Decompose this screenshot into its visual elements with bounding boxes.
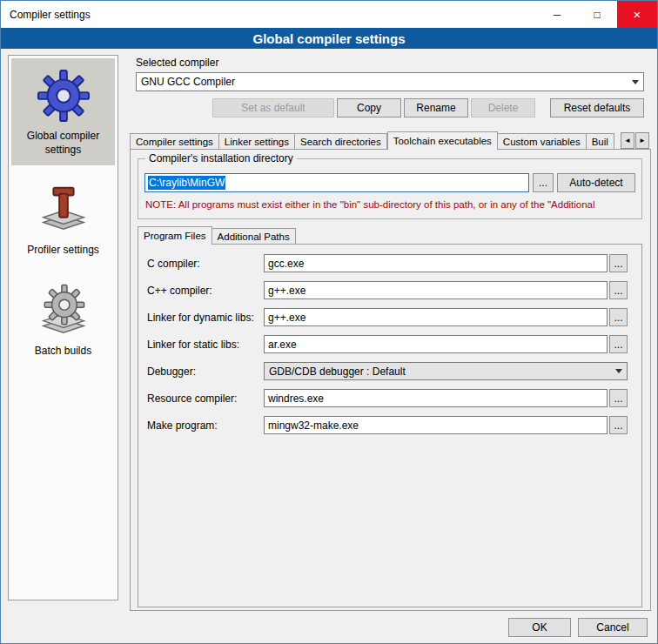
sidebar-item-global-compiler-settings[interactable]: Global compiler settings xyxy=(11,58,115,165)
window-title: Compiler settings xyxy=(10,9,91,21)
tab-program-files[interactable]: Program Files xyxy=(138,226,212,245)
sidebar-item-profiler-settings[interactable]: Profiler settings xyxy=(11,172,115,266)
dynamic-linker-browse-button[interactable]: ... xyxy=(609,308,628,326)
static-linker-label: Linker for static libs: xyxy=(147,339,264,351)
static-linker-row: Linker for static libs: ... xyxy=(147,335,628,353)
dynamic-linker-row: Linker for dynamic libs: ... xyxy=(147,308,628,326)
make-program-input[interactable] xyxy=(264,416,608,434)
ok-button[interactable]: OK xyxy=(508,618,571,637)
installation-directory-group: Compiler's installation directory C:\ray… xyxy=(138,158,642,219)
toolchain-executables-panel: Compiler's installation directory C:\ray… xyxy=(130,149,651,611)
page-title: Global compiler settings xyxy=(1,28,657,49)
sidebar-item-batch-builds[interactable]: Batch builds xyxy=(11,273,115,367)
dynamic-linker-label: Linker for dynamic libs: xyxy=(147,312,264,324)
tab-custom-variables[interactable]: Custom variables xyxy=(498,133,587,150)
resource-compiler-row: Resource compiler: ... xyxy=(147,389,628,407)
dynamic-linker-input[interactable] xyxy=(264,308,608,326)
make-program-row: Make program: ... xyxy=(147,416,628,434)
arrow-right-icon: ► xyxy=(639,137,646,144)
resource-compiler-label: Resource compiler: xyxy=(147,392,264,405)
settings-category-list: Global compiler settings Profiler settin… xyxy=(8,55,118,600)
resource-compiler-browse-button[interactable]: ... xyxy=(609,389,628,407)
close-icon: × xyxy=(634,7,641,22)
compiler-actions: Set as default Copy Rename Delete Reset … xyxy=(212,98,644,117)
tab-build-options[interactable]: Buil xyxy=(587,133,614,150)
compiler-select-value: GNU GCC Compiler xyxy=(141,76,235,88)
selected-compiler-label: Selected compiler xyxy=(136,57,218,69)
static-linker-browse-button[interactable]: ... xyxy=(609,335,628,353)
installation-directory-label: Compiler's installation directory xyxy=(145,152,297,164)
tab-search-directories[interactable]: Search directories xyxy=(295,133,387,150)
make-program-browse-button[interactable]: ... xyxy=(609,416,628,434)
maximize-button[interactable]: □ xyxy=(577,1,617,28)
debugger-select[interactable]: GDB/CDB debugger : Default xyxy=(264,362,628,380)
static-linker-input[interactable] xyxy=(264,335,608,353)
auto-detect-button[interactable]: Auto-detect xyxy=(557,173,635,192)
set-as-default-button[interactable]: Set as default xyxy=(212,98,334,117)
installation-directory-input[interactable]: C:\raylib\MinGW xyxy=(144,173,529,192)
installation-directory-value: C:\raylib\MinGW xyxy=(148,176,225,190)
delete-button[interactable]: Delete xyxy=(471,98,535,117)
cpp-compiler-input[interactable] xyxy=(264,281,608,299)
window-controls: ─ □ × xyxy=(537,1,657,28)
program-tabs: Program Files Additional Paths xyxy=(138,226,296,245)
chevron-down-icon xyxy=(611,363,627,379)
reset-defaults-button[interactable]: Reset defaults xyxy=(550,98,644,117)
blue-gear-icon xyxy=(37,69,91,123)
dialog-body: Global compiler settings Profiler settin… xyxy=(1,49,657,644)
debugger-row: Debugger: GDB/CDB debugger : Default xyxy=(147,362,628,380)
titlebar: Compiler settings ─ □ × xyxy=(1,1,657,28)
tab-toolchain-executables[interactable]: Toolchain executables xyxy=(387,131,498,150)
compiler-settings-dialog: Compiler settings ─ □ × Global compiler … xyxy=(0,0,658,644)
dialog-actions: OK Cancel xyxy=(508,618,648,637)
gray-gear-stack-icon xyxy=(37,284,91,338)
sidebar-item-label: Batch builds xyxy=(35,345,91,359)
program-files-panel: C compiler: ... C++ compiler: ... Linker… xyxy=(138,244,642,607)
cpp-compiler-browse-button[interactable]: ... xyxy=(609,281,628,299)
settings-tabs: Compiler settings Linker settings Search… xyxy=(130,131,619,150)
c-compiler-browse-button[interactable]: ... xyxy=(609,254,628,272)
copy-button[interactable]: Copy xyxy=(337,98,401,117)
chevron-down-icon xyxy=(628,73,643,91)
arrow-left-icon: ◄ xyxy=(624,137,631,144)
tab-linker-settings[interactable]: Linker settings xyxy=(219,133,295,150)
bin-subdirectory-note: NOTE: All programs must exist either in … xyxy=(145,199,647,210)
resource-compiler-input[interactable] xyxy=(264,389,608,407)
main-panel: Selected compiler GNU GCC Compiler Set a… xyxy=(127,49,651,644)
make-program-label: Make program: xyxy=(147,419,264,432)
maximize-icon: □ xyxy=(594,9,600,21)
close-button[interactable]: × xyxy=(617,1,657,28)
c-compiler-label: C compiler: xyxy=(147,258,264,270)
cpp-compiler-row: C++ compiler: ... xyxy=(147,281,628,299)
sidebar-item-label: Profiler settings xyxy=(27,244,99,258)
compiler-select[interactable]: GNU GCC Compiler xyxy=(136,72,644,91)
c-compiler-row: C compiler: ... xyxy=(147,254,628,272)
profiler-tool-icon xyxy=(37,183,91,237)
rename-button[interactable]: Rename xyxy=(404,98,468,117)
cpp-compiler-label: C++ compiler: xyxy=(147,285,264,297)
minimize-button[interactable]: ─ xyxy=(537,1,577,28)
tab-additional-paths[interactable]: Additional Paths xyxy=(212,228,296,245)
sidebar-item-label: Global compiler settings xyxy=(13,130,113,157)
tab-scroll-left-button[interactable]: ◄ xyxy=(621,132,634,149)
cancel-button[interactable]: Cancel xyxy=(578,618,648,637)
tab-compiler-settings[interactable]: Compiler settings xyxy=(130,133,219,150)
debugger-select-value: GDB/CDB debugger : Default xyxy=(269,366,406,378)
tab-scroll-right-button[interactable]: ► xyxy=(635,132,649,149)
minimize-icon: ─ xyxy=(554,9,561,21)
installation-directory-row: C:\raylib\MinGW ... Auto-detect xyxy=(144,173,635,192)
c-compiler-input[interactable] xyxy=(264,254,608,272)
debugger-label: Debugger: xyxy=(147,366,264,378)
tab-scroll-controls: ◄ ► xyxy=(621,132,649,149)
installation-directory-browse-button[interactable]: ... xyxy=(533,173,554,192)
